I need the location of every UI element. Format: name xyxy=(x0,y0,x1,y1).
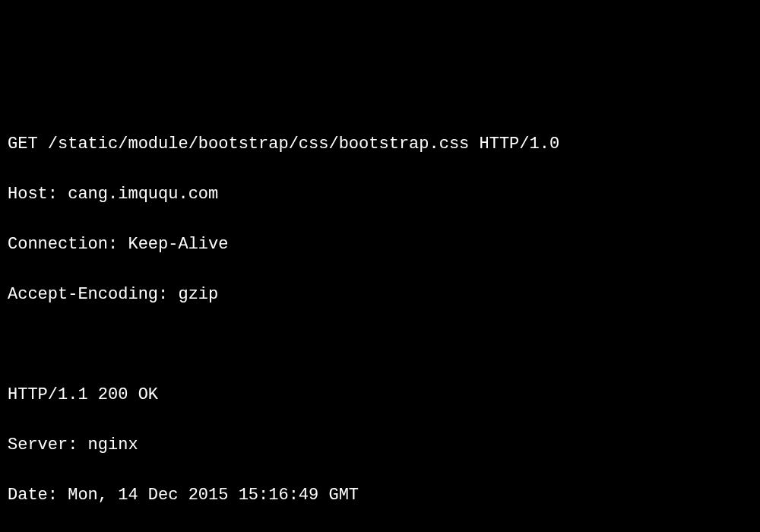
request-line: GET /static/module/bootstrap/css/bootstr… xyxy=(8,131,752,157)
header-connection: Connection: Keep-Alive xyxy=(8,232,752,257)
terminal-output: GET /static/module/bootstrap/css/bootstr… xyxy=(8,106,752,532)
header-server: Server: nginx xyxy=(8,432,752,458)
blank-line xyxy=(8,332,752,357)
response-status: HTTP/1.1 200 OK xyxy=(8,382,752,407)
header-date: Date: Mon, 14 Dec 2015 15:16:49 GMT xyxy=(8,483,752,508)
header-host: Host: cang.imququ.com xyxy=(8,182,752,207)
header-accept-encoding: Accept-Encoding: gzip xyxy=(8,282,752,307)
